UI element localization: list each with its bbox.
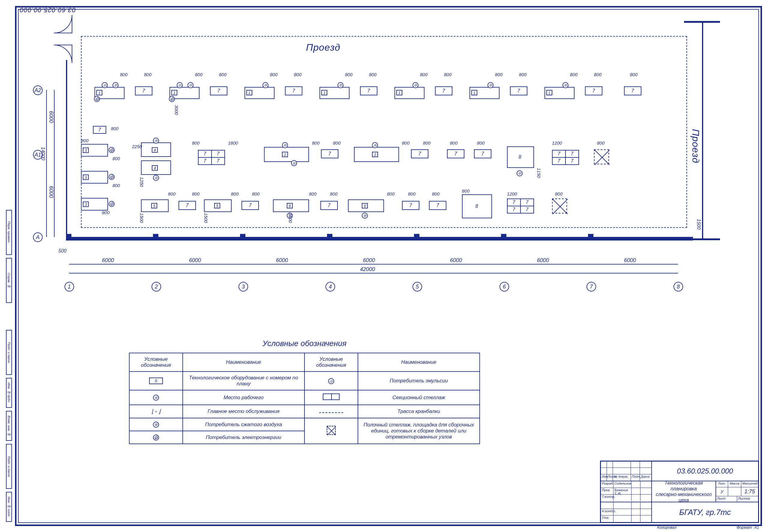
side-box: Взам. инв. №: [6, 411, 12, 441]
dim: 2250: [132, 144, 142, 149]
dim: 6000: [624, 257, 636, 264]
legend-name: Потребитель сжатого воздуха: [183, 418, 304, 431]
column-pillar: [66, 234, 71, 239]
legend-name: Потребитель электроэнергии: [183, 431, 304, 444]
axis-col: 1: [64, 282, 74, 291]
table-7: 7: [447, 149, 465, 158]
dim-total-h: 14000: [40, 147, 46, 160]
tb-role: Утв.: [601, 516, 614, 522]
table-7: 7: [241, 201, 259, 210]
machine-1: ⊖ 1: [319, 84, 355, 102]
side-registration-boxes: Перв. примен. Справ. №: [6, 210, 14, 306]
dim-total: 42000: [360, 266, 375, 273]
axis-col: 3: [238, 282, 248, 291]
dim: 800: [219, 72, 226, 77]
dim: 6000: [48, 186, 54, 198]
dim: 6000: [189, 257, 201, 264]
rack-double: 77 77: [507, 199, 534, 214]
dim: 6000: [102, 257, 114, 264]
table-7: 7: [402, 201, 420, 210]
table-7: 7: [93, 126, 106, 134]
title-block: Изм Лист № докум. Подп. Дата 03.60.025.0…: [600, 461, 759, 523]
dim: 6000: [48, 111, 54, 123]
machine-2: 2⊖: [354, 147, 402, 165]
dim: 800: [450, 140, 458, 145]
tb-title-l2: слесарно-механического цеха: [653, 492, 714, 503]
column-pillar: [153, 234, 158, 239]
machine-4: 4⊖: [141, 160, 174, 178]
dim-3000: 3000: [174, 105, 179, 115]
legend-symbol: ⌊ ▫ ⌋: [129, 405, 183, 418]
storage-platform: [594, 149, 609, 164]
tb-h: Дата: [640, 474, 649, 481]
dim: 800: [594, 72, 602, 77]
table-7: 7: [510, 86, 528, 95]
table-7: 7: [624, 86, 641, 95]
table-7: 7: [285, 86, 302, 95]
legend-symbol: ◎: [304, 372, 358, 390]
rack-double: 77 77: [552, 150, 579, 165]
dim: 800: [112, 156, 120, 161]
dim: 800: [112, 183, 120, 188]
dim: 800: [111, 126, 118, 131]
dim-line: [69, 264, 678, 265]
dim: 800: [192, 140, 199, 145]
dim: 800: [420, 72, 428, 77]
axis-col: 6: [500, 282, 509, 291]
machine-8: 8: [462, 194, 492, 218]
legend-title: Условные обозначения: [129, 339, 480, 348]
door-icon: [54, 15, 90, 63]
table-7: 7: [135, 86, 152, 95]
dim: 800: [369, 72, 376, 77]
legend-name: Секционный стеллаж: [358, 390, 480, 405]
column-pillar: [501, 234, 507, 239]
table-7: 7: [411, 149, 429, 158]
side-box: Инв. № подл.: [6, 492, 12, 522]
legend-symbol: ⊚: [129, 418, 183, 431]
machine-1: ⊖ ◎ ⏻ 1: [94, 84, 130, 102]
dim: 800: [387, 191, 395, 196]
dim: 800: [570, 72, 578, 77]
table-7: 7: [321, 149, 338, 158]
tb-rh: Масса: [728, 481, 741, 487]
tb-role: Пров.: [601, 488, 614, 494]
machine-8: 8: [507, 146, 534, 168]
tb-h: Лист: [607, 474, 613, 481]
tb-title: Технологическая планировка слесарно-меха…: [652, 481, 716, 502]
legend-symbol: [304, 405, 358, 418]
tb-rh: Лит.: [716, 481, 728, 487]
dim: 800: [423, 140, 431, 145]
machine-1: ⊖ 1: [395, 84, 431, 102]
machine-3: 3⏻: [81, 171, 111, 186]
dim: 6000: [450, 257, 462, 264]
legend-table: Условные обозначения Наименование Условн…: [129, 353, 480, 444]
legend-name: Потребитель эмульсии: [358, 372, 480, 390]
legend-name: Трасса кранбалки: [358, 405, 480, 418]
storage-platform: [552, 199, 567, 214]
legend-header: Наименование: [183, 353, 304, 372]
dim: 1500: [696, 219, 701, 230]
side-box: Подп. и дата: [6, 444, 12, 489]
legend-header: Наименование: [358, 353, 480, 372]
dim: 800: [270, 72, 277, 77]
table-7: 7: [429, 201, 447, 210]
format-label: Формат: [737, 525, 752, 530]
axis-col: 5: [413, 282, 422, 291]
dim: 800: [444, 72, 452, 77]
dim: 800: [81, 138, 88, 143]
dim: 800: [519, 72, 527, 77]
floor-plan: Проезд Проезд А А1 А2 1 2 3 4 5 6 7 8: [42, 33, 720, 279]
dim: 800: [231, 191, 238, 196]
tb-role: Разраб.: [601, 481, 614, 488]
dim: 800: [462, 188, 470, 193]
axis-col: 7: [587, 282, 596, 291]
dim: 800: [630, 72, 638, 77]
dim: 800: [252, 191, 259, 196]
machine-5: 5: [141, 199, 171, 214]
dim: 6000: [363, 257, 375, 264]
dim: 800: [402, 140, 410, 145]
table-7: 7: [435, 86, 453, 95]
passage-label-right: Проезд: [690, 129, 701, 163]
format-val: А1: [754, 525, 759, 530]
table-7: 7: [360, 86, 377, 95]
